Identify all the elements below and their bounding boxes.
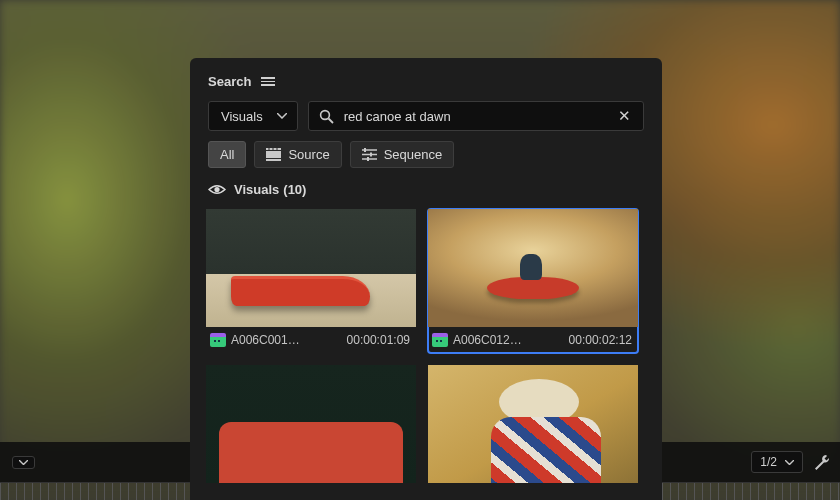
timeline-ruler[interactable] [0, 482, 190, 500]
clip-image [428, 365, 638, 483]
svg-line-1 [328, 118, 333, 123]
svg-point-14 [214, 187, 219, 192]
clip-type-icon [432, 333, 448, 347]
chevron-down-icon [785, 460, 794, 465]
search-field[interactable]: ✕ [308, 101, 644, 131]
scope-label: Visuals [221, 109, 263, 124]
zoom-dropdown[interactable]: 1/2 [751, 451, 803, 473]
svg-rect-11 [364, 148, 366, 152]
results-group-label: Visuals [234, 182, 279, 197]
clip-image [206, 209, 416, 327]
clear-search-icon[interactable]: ✕ [616, 107, 633, 125]
left-dropdown[interactable] [12, 456, 35, 469]
svg-rect-13 [367, 157, 369, 161]
panel-title: Search [208, 74, 251, 89]
chevron-down-icon [19, 460, 28, 465]
timeline-ruler[interactable] [662, 482, 840, 500]
svg-point-0 [320, 110, 329, 119]
panel-menu-icon[interactable] [261, 77, 275, 86]
clip-duration: 00:00:02:12 [569, 333, 632, 347]
bottom-toolbar-left [0, 442, 190, 482]
sequence-icon [362, 148, 377, 161]
scope-dropdown[interactable]: Visuals [208, 101, 298, 131]
clip-duration: 00:00:01:09 [347, 333, 410, 347]
filter-sequence[interactable]: Sequence [350, 141, 455, 168]
search-input[interactable] [344, 109, 606, 124]
svg-rect-4 [266, 159, 281, 161]
clip-type-icon [210, 333, 226, 347]
clip-thumbnail[interactable] [428, 365, 638, 483]
clip-image [428, 209, 638, 327]
svg-rect-2 [266, 151, 281, 158]
clip-filename: A006C001… [231, 333, 300, 347]
clip-thumbnail[interactable]: A006C012… 00:00:02:12 [428, 209, 638, 353]
results-count: (10) [283, 182, 306, 197]
search-panel: Search Visuals ✕ All Source Sequence Vis… [190, 58, 662, 500]
svg-rect-12 [370, 153, 372, 157]
clip-image [206, 365, 416, 483]
clip-filename: A006C012… [453, 333, 522, 347]
eye-icon [208, 183, 226, 196]
source-icon [266, 148, 281, 161]
wrench-icon[interactable] [813, 454, 830, 471]
search-icon [319, 109, 334, 124]
filter-all[interactable]: All [208, 141, 246, 168]
filter-source[interactable]: Source [254, 141, 341, 168]
clip-thumbnail[interactable] [206, 365, 416, 483]
zoom-label: 1/2 [760, 455, 777, 469]
bottom-toolbar-right: 1/2 [662, 442, 840, 482]
clip-thumbnail[interactable]: A006C001… 00:00:01:09 [206, 209, 416, 353]
chevron-down-icon [277, 113, 287, 119]
